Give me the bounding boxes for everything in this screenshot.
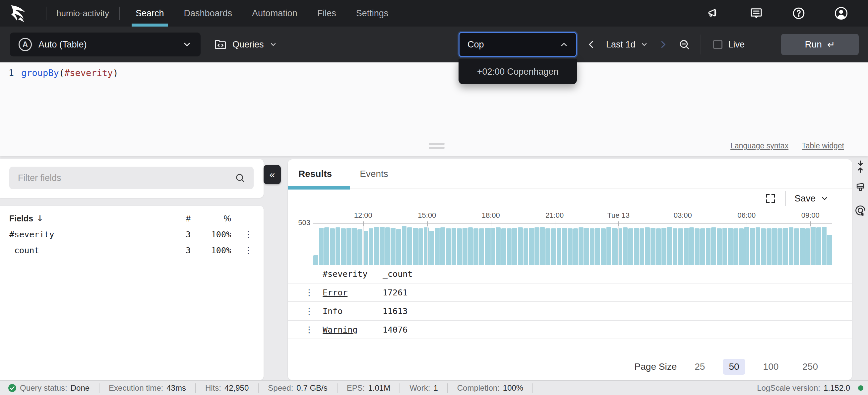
histogram-bar (330, 228, 335, 265)
histogram-bar (512, 228, 517, 265)
percent-column-header[interactable]: % (193, 214, 233, 223)
y-axis-max-label: 503 (288, 218, 310, 227)
timezone-option[interactable]: +02:00 Copenhagen (477, 67, 558, 77)
queries-dropdown[interactable]: Queries (214, 32, 277, 56)
crowdstrike-falcon-logo[interactable] (0, 4, 40, 23)
logscale-search-page: humio-activity SearchDashboardsAutomatio… (0, 0, 868, 395)
query-code-line[interactable]: 1 groupBy(#severity) (0, 68, 118, 78)
histogram-bar (628, 228, 633, 265)
kebab-menu-icon[interactable]: ⋮ (288, 307, 322, 315)
histogram-bar (524, 228, 528, 265)
filter-fields-input-wrap[interactable] (9, 167, 254, 189)
histogram-bar (805, 228, 810, 265)
tab-events[interactable]: Events (350, 159, 398, 189)
field-name[interactable]: #severity (9, 230, 162, 239)
timezone-combobox[interactable] (459, 32, 577, 57)
page-size-option-100[interactable]: 100 (757, 359, 785, 375)
search-icon (235, 172, 246, 184)
return-key-icon: ↵ (827, 39, 835, 50)
widget-view-selector[interactable]: A Auto (Table) (10, 32, 200, 56)
histogram-bar (440, 227, 445, 265)
histogram-bar (463, 228, 467, 265)
page-size-option-25[interactable]: 25 (689, 359, 711, 375)
count-column-header[interactable]: _count (382, 269, 852, 279)
histogram-bar (529, 228, 534, 265)
page-size-option-50[interactable]: 50 (723, 359, 745, 375)
histogram-bar (424, 227, 429, 265)
kebab-menu-icon[interactable]: ⋮ (288, 288, 322, 297)
run-button[interactable]: Run ↵ (781, 34, 859, 55)
fields-header[interactable]: Fields ↓ (9, 214, 162, 223)
histogram-bar (363, 231, 368, 265)
severity-column-header[interactable]: #severity (322, 269, 382, 279)
previous-timewindow-button[interactable] (586, 39, 596, 50)
language-syntax-link[interactable]: Language syntax (731, 141, 788, 150)
status-value: 42,950 (224, 384, 249, 393)
collapse-fields-panel-button[interactable]: « (264, 165, 281, 184)
feedback-icon[interactable] (749, 6, 763, 20)
histogram-bar (612, 228, 617, 265)
vertical-gridline (618, 223, 619, 265)
live-checkbox[interactable] (713, 40, 722, 49)
inspect-click-icon[interactable] (854, 204, 867, 217)
table-row[interactable]: ⋮ Info 11613 (288, 302, 852, 321)
announcements-icon[interactable] (707, 6, 721, 20)
nav-item-settings[interactable]: Settings (355, 0, 390, 27)
histogram-bar (540, 227, 545, 265)
nav-item-files[interactable]: Files (316, 0, 338, 27)
sort-descending-icon[interactable]: ↓ (36, 214, 43, 223)
status-value: Done (71, 384, 90, 393)
severity-value-link[interactable]: Error (322, 288, 382, 298)
kebab-menu-icon[interactable]: ⋮ (233, 246, 264, 255)
field-name[interactable]: _count (9, 246, 162, 255)
severity-value-link[interactable]: Info (322, 306, 382, 316)
repo-name[interactable]: humio-activity (52, 8, 113, 19)
histogram-bar (816, 227, 821, 265)
tab-results[interactable]: Results (288, 159, 350, 189)
field-row[interactable]: #severity 3 100% ⋮ (0, 226, 264, 242)
histogram-bar (402, 226, 407, 265)
status-label: Completion: (457, 384, 500, 393)
fullscreen-icon[interactable] (765, 193, 776, 204)
query-editor[interactable]: 1 groupBy(#severity) Language syntax Tab… (0, 62, 868, 156)
results-tabs: Results Events (288, 159, 852, 189)
editor-links: Language syntax Table widget (731, 141, 844, 150)
tools-divider (785, 191, 786, 206)
nav-item-automation[interactable]: Automation (251, 0, 299, 27)
time-range-dropdown[interactable]: Last 1d (606, 39, 648, 50)
user-avatar[interactable] (834, 6, 848, 20)
top-nav: humio-activity SearchDashboardsAutomatio… (0, 0, 868, 27)
kebab-menu-icon[interactable]: ⋮ (233, 230, 264, 239)
kebab-menu-icon[interactable]: ⋮ (288, 325, 322, 334)
filter-fields-input[interactable] (17, 173, 235, 184)
style-brush-icon[interactable] (854, 182, 867, 195)
table-widget-link[interactable]: Table widget (802, 141, 844, 150)
histogram-bar (313, 255, 318, 265)
severity-value-link[interactable]: Warning (322, 325, 382, 335)
histogram-plot[interactable]: 12:0015:0018:0021:00Tue 1303:0006:0009:0… (313, 223, 832, 265)
table-row[interactable]: ⋮ Warning 14076 (288, 321, 852, 339)
timezone-input[interactable] (467, 39, 559, 50)
collapse-editor-icon[interactable] (854, 160, 867, 173)
nav-item-dashboards[interactable]: Dashboards (183, 0, 234, 27)
field-filter-card (0, 159, 264, 198)
nav-item-search[interactable]: Search (134, 0, 165, 27)
help-icon[interactable] (792, 6, 806, 20)
nav-right-icons (707, 6, 868, 20)
status-value: 1.01M (368, 384, 390, 393)
status-item: Completion:100% (457, 384, 523, 393)
histogram-bar (518, 227, 523, 265)
histogram-bar (689, 227, 694, 265)
editor-resize-handle[interactable] (429, 143, 444, 151)
next-timewindow-button[interactable] (658, 39, 668, 50)
histogram-bar (584, 228, 589, 265)
zoom-out-icon[interactable] (678, 38, 691, 51)
save-button[interactable]: Save (795, 193, 829, 204)
histogram-bar (446, 228, 451, 265)
status-divider (532, 384, 533, 393)
table-row[interactable]: ⋮ Error 17261 (288, 283, 852, 302)
chevron-up-icon[interactable] (559, 40, 568, 49)
count-column-header[interactable]: # (162, 214, 193, 223)
page-size-option-250[interactable]: 250 (796, 359, 824, 375)
field-row[interactable]: _count 3 100% ⋮ (0, 242, 264, 258)
